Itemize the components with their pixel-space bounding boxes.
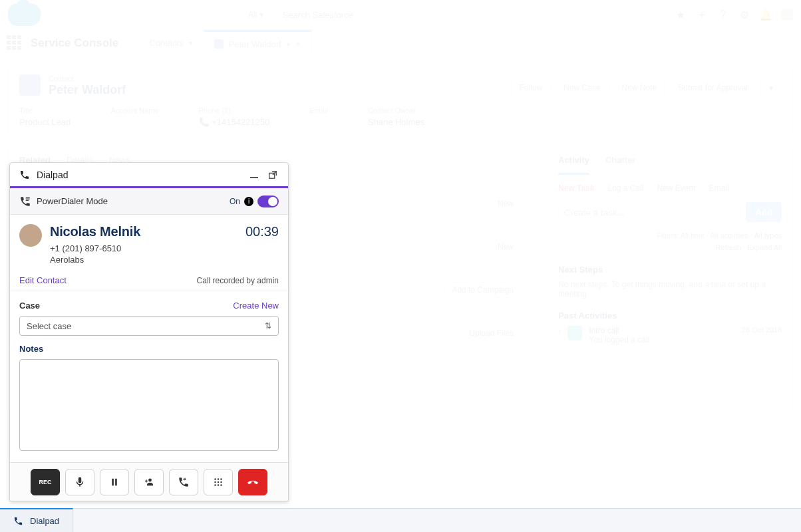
svg-rect-5 (112, 478, 114, 485)
hangup-button[interactable] (238, 469, 267, 495)
phone-icon (13, 516, 23, 526)
powerdialer-bar: PowerDialer Mode On i (10, 188, 288, 215)
svg-rect-4 (26, 200, 29, 200)
notes-label: Notes (19, 344, 279, 354)
svg-point-7 (148, 478, 152, 481)
call-controls: REC (10, 462, 288, 501)
recording-status: Call recorded by admin (197, 276, 279, 285)
record-button[interactable]: REC (31, 469, 60, 495)
utility-dialpad-label: Dialpad (30, 516, 59, 526)
powerdialer-state: On (230, 197, 240, 206)
dialpad-panel: Dialpad PowerDialer Mode On i Nicolas Me… (9, 162, 289, 501)
dialpad-header: Dialpad (10, 163, 288, 188)
case-label: Case (19, 301, 40, 311)
edit-contact-link[interactable]: Edit Contact (19, 275, 67, 285)
callee-company: Aerolabs (50, 255, 238, 265)
svg-rect-3 (26, 198, 30, 199)
select-chevron-icon: ⇅ (265, 321, 271, 331)
minimize-icon[interactable] (248, 169, 260, 181)
case-select-placeholder: Select case (27, 321, 71, 331)
svg-point-14 (214, 484, 216, 485)
callee-avatar (19, 224, 42, 247)
svg-point-16 (220, 484, 222, 485)
info-icon[interactable]: i (244, 197, 253, 206)
dialpad-title: Dialpad (37, 170, 68, 180)
powerdialer-toggle[interactable] (257, 196, 279, 207)
svg-point-11 (214, 481, 216, 482)
hold-button[interactable] (100, 469, 129, 495)
powerdialer-label: PowerDialer Mode (37, 196, 108, 206)
svg-point-9 (218, 478, 219, 479)
svg-point-12 (218, 481, 219, 482)
case-select[interactable]: Select case ⇅ (19, 316, 279, 336)
svg-rect-6 (115, 478, 117, 485)
add-participant-button[interactable] (134, 469, 164, 495)
svg-rect-0 (250, 177, 258, 178)
notes-textarea[interactable] (19, 359, 279, 451)
svg-point-10 (220, 478, 222, 479)
utility-dialpad-tab[interactable]: Dialpad (0, 508, 73, 532)
phone-icon (19, 170, 30, 180)
svg-rect-2 (26, 197, 30, 198)
call-timer: 00:39 (245, 224, 279, 239)
mute-button[interactable] (65, 469, 94, 495)
keypad-button[interactable] (204, 469, 233, 495)
utility-bar: Dialpad (0, 508, 801, 532)
svg-point-8 (214, 478, 216, 479)
svg-point-15 (218, 484, 219, 485)
svg-point-13 (220, 481, 222, 482)
callee-phone: +1 (201) 897-6510 (50, 243, 238, 253)
powerdialer-icon (19, 196, 31, 207)
transfer-button[interactable] (169, 469, 198, 495)
popout-icon[interactable] (267, 169, 279, 181)
callee-name: Nicolas Melnik (50, 224, 238, 239)
create-new-case-link[interactable]: Create New (233, 301, 279, 311)
